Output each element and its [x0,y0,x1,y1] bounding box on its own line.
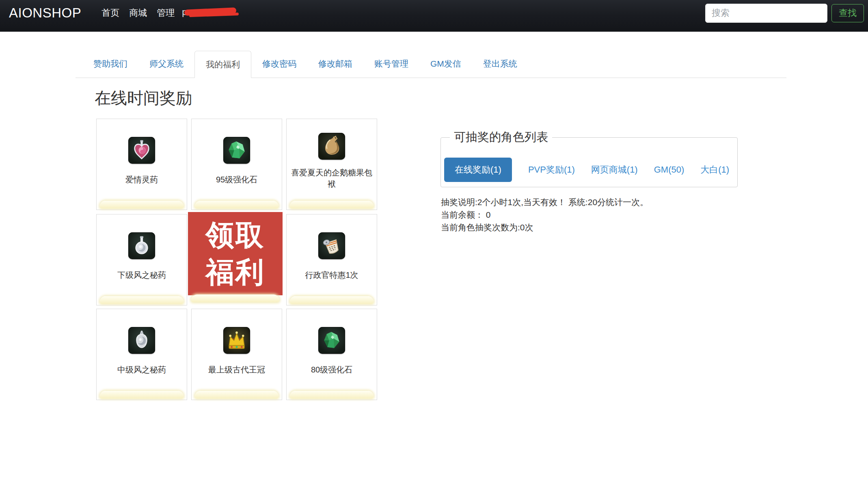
tab-change-password[interactable]: 修改密码 [251,50,307,78]
reward-card-ancient-crown[interactable]: 最上级古代王冠 [191,309,282,400]
tab-change-email[interactable]: 修改邮箱 [307,50,363,78]
current-draw-count: 当前角色抽奖次数为:0次 [441,221,648,234]
love-potion-icon [128,137,155,164]
nav-item-home[interactable]: 首页 [101,7,119,19]
reward-card-wind-potion-lesser[interactable]: 下级风之秘药 [96,214,187,305]
ancient-crown-icon [223,327,250,354]
wind-potion-lesser-icon [128,232,155,259]
nav-item-shop[interactable]: 商城 [129,7,147,19]
lottery-panel-legend: 可抽奖的角色列表 [450,129,552,145]
enchant-stone-95-icon [223,137,250,164]
tab-sponsor-us[interactable]: 赞助我们 [82,50,138,78]
reward-card-enchant-stone-80[interactable]: 80级强化石 [286,309,377,400]
tab-my-benefits[interactable]: 我的福利 [194,51,251,78]
lottery-pill-list: 在线奖励(1) PVP奖励(1) 网页商城(1) GM(50) 大白(1) [444,158,731,182]
reward-label: 95级强化石 [212,174,261,185]
card-glow [195,391,279,398]
claim-benefits-banner: 领取 福利 [188,212,283,295]
card-glow [290,391,374,398]
lottery-info: 抽奖说明:2个小时1次,当天有效！ 系统:20分统计一次。 当前余额： 0 当前… [441,196,648,234]
pill-online-reward[interactable]: 在线奖励(1) [444,158,512,182]
reward-label: 80级强化石 [307,364,356,375]
reward-card-love-potion[interactable]: 爱情灵药 [96,119,187,210]
enchant-stone-80-icon [318,327,345,354]
search-input[interactable] [705,4,827,23]
reward-card-candy-bag[interactable]: 喜爱夏天的企鹅糖果包袱 [286,119,377,210]
card-glow [191,294,279,302]
navbar-links: 首页 商城 管理 p l [101,6,241,20]
card-glow [100,201,184,208]
tab-gm-mail[interactable]: GM发信 [419,50,472,78]
card-glow [100,391,184,398]
nav-item-admin[interactable]: 管理 [157,7,175,19]
reward-label: 下级风之秘药 [113,269,170,281]
card-glow [290,296,374,304]
candy-bag-icon [318,133,345,160]
pill-web-shop[interactable]: 网页商城(1) [591,164,638,176]
nav-item-username-redacted[interactable]: p l [184,6,241,20]
card-glow [195,201,279,208]
reward-label: 最上级古代王冠 [204,364,269,375]
reward-card-admin-scroll[interactable]: 行政官特惠1次 [286,214,377,305]
reward-label: 中级风之秘药 [113,364,170,375]
page-title: 在线时间奖励 [95,88,192,108]
current-balance: 当前余额： 0 [441,208,648,221]
reward-label: 喜爱夏天的企鹅糖果包袱 [287,167,377,190]
pill-gm[interactable]: GM(50) [654,165,684,175]
search-button[interactable]: 查找 [831,4,864,22]
reward-card-enchant-stone-95[interactable]: 95级强化石 [191,119,282,210]
brand-logo[interactable]: AIONSHOP [9,5,81,21]
wind-potion-mid-icon [128,327,155,354]
lottery-instructions: 抽奖说明:2个小时1次,当天有效！ 系统:20分统计一次。 [441,196,648,208]
card-glow [100,296,184,304]
reward-label: 爱情灵药 [121,174,162,185]
reward-label: 行政官特惠1次 [301,269,362,281]
reward-card-wind-potion-mid[interactable]: 中级风之秘药 [96,309,187,400]
search-area: 查找 [705,4,864,23]
lottery-panel: 可抽奖的角色列表 在线奖励(1) PVP奖励(1) 网页商城(1) GM(50)… [440,129,738,187]
claim-benefits-button[interactable]: 领取 福利 [188,212,283,303]
admin-scroll-icon [318,232,345,259]
tab-logout[interactable]: 登出系统 [472,50,528,78]
rewards-grid: 爱情灵药 95级强化石 [96,119,377,399]
pill-dabai[interactable]: 大白(1) [700,164,729,176]
tab-master-system[interactable]: 师父系统 [138,50,194,78]
tab-bar: 赞助我们 师父系统 我的福利 修改密码 修改邮箱 账号管理 GM发信 登出系统 [76,50,786,78]
card-glow [290,201,374,208]
pill-pvp-reward[interactable]: PVP奖励(1) [528,164,575,176]
navbar: AIONSHOP 首页 商城 管理 p l 查找 [0,0,868,32]
tab-account-manage[interactable]: 账号管理 [363,50,419,78]
